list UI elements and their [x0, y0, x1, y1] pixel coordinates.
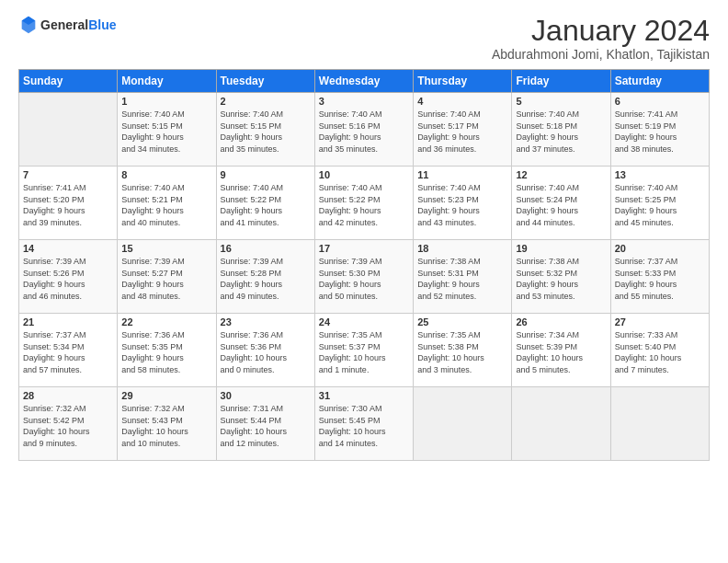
calendar-cell: 8Sunrise: 7:40 AM Sunset: 5:21 PM Daylig…: [118, 167, 216, 240]
calendar-table: SundayMondayTuesdayWednesdayThursdayFrid…: [18, 69, 710, 461]
week-row-3: 14Sunrise: 7:39 AM Sunset: 5:26 PM Dayli…: [19, 240, 710, 314]
day-number: 30: [221, 390, 311, 401]
day-number: 7: [23, 169, 113, 180]
day-number: 10: [319, 169, 409, 180]
day-content: Sunrise: 7:41 AM Sunset: 5:19 PM Dayligh…: [615, 109, 705, 155]
day-content: Sunrise: 7:34 AM Sunset: 5:39 PM Dayligh…: [516, 329, 606, 375]
calendar-cell: 24Sunrise: 7:35 AM Sunset: 5:37 PM Dayli…: [314, 314, 413, 387]
day-content: Sunrise: 7:36 AM Sunset: 5:35 PM Dayligh…: [121, 329, 211, 375]
calendar-cell: 22Sunrise: 7:36 AM Sunset: 5:35 PM Dayli…: [118, 314, 216, 387]
calendar-cell: 10Sunrise: 7:40 AM Sunset: 5:22 PM Dayli…: [314, 167, 413, 240]
day-number: 27: [615, 316, 705, 327]
day-number: 16: [221, 243, 311, 254]
day-number: 19: [516, 243, 606, 254]
calendar-cell: 15Sunrise: 7:39 AM Sunset: 5:27 PM Dayli…: [118, 240, 216, 314]
day-content: Sunrise: 7:38 AM Sunset: 5:31 PM Dayligh…: [417, 256, 507, 302]
calendar-cell: [414, 387, 512, 461]
header-row: GeneralBlue January 2024 Abdurahmoni Jom…: [18, 15, 710, 62]
calendar-cell: 23Sunrise: 7:36 AM Sunset: 5:36 PM Dayli…: [216, 314, 314, 387]
day-content: Sunrise: 7:40 AM Sunset: 5:23 PM Dayligh…: [417, 182, 507, 228]
calendar-cell: 29Sunrise: 7:32 AM Sunset: 5:43 PM Dayli…: [118, 387, 216, 461]
calendar-cell: 18Sunrise: 7:38 AM Sunset: 5:31 PM Dayli…: [414, 240, 512, 314]
week-row-2: 7Sunrise: 7:41 AM Sunset: 5:20 PM Daylig…: [19, 167, 710, 240]
day-number: 26: [516, 316, 606, 327]
day-number: 3: [319, 96, 409, 107]
day-number: 24: [319, 316, 409, 327]
calendar-cell: 1Sunrise: 7:40 AM Sunset: 5:15 PM Daylig…: [118, 93, 216, 167]
day-content: Sunrise: 7:33 AM Sunset: 5:40 PM Dayligh…: [615, 329, 705, 375]
day-content: Sunrise: 7:40 AM Sunset: 5:21 PM Dayligh…: [121, 182, 211, 228]
day-header-friday: Friday: [512, 70, 610, 93]
calendar-cell: 16Sunrise: 7:39 AM Sunset: 5:28 PM Dayli…: [216, 240, 314, 314]
day-number: 15: [121, 243, 211, 254]
calendar-cell: 5Sunrise: 7:40 AM Sunset: 5:18 PM Daylig…: [512, 93, 610, 167]
day-number: 6: [615, 96, 705, 107]
calendar-cell: 3Sunrise: 7:40 AM Sunset: 5:16 PM Daylig…: [314, 93, 413, 167]
day-content: Sunrise: 7:40 AM Sunset: 5:17 PM Dayligh…: [417, 109, 507, 155]
day-number: 28: [23, 390, 113, 401]
calendar-cell: 31Sunrise: 7:30 AM Sunset: 5:45 PM Dayli…: [314, 387, 413, 461]
day-header-thursday: Thursday: [414, 70, 512, 93]
day-number: 20: [615, 243, 705, 254]
day-content: Sunrise: 7:40 AM Sunset: 5:25 PM Dayligh…: [615, 182, 705, 228]
day-content: Sunrise: 7:40 AM Sunset: 5:22 PM Dayligh…: [319, 182, 409, 228]
day-content: Sunrise: 7:40 AM Sunset: 5:15 PM Dayligh…: [221, 109, 311, 155]
day-number: 21: [23, 316, 113, 327]
month-title: January 2024: [492, 15, 710, 47]
day-content: Sunrise: 7:36 AM Sunset: 5:36 PM Dayligh…: [221, 329, 311, 375]
calendar-cell: 9Sunrise: 7:40 AM Sunset: 5:22 PM Daylig…: [216, 167, 314, 240]
calendar-cell: 28Sunrise: 7:32 AM Sunset: 5:42 PM Dayli…: [19, 387, 118, 461]
week-row-1: 1Sunrise: 7:40 AM Sunset: 5:15 PM Daylig…: [19, 93, 710, 167]
day-content: Sunrise: 7:40 AM Sunset: 5:16 PM Dayligh…: [319, 109, 409, 155]
day-number: 13: [615, 169, 705, 180]
day-number: 11: [417, 169, 507, 180]
day-number: 5: [516, 96, 606, 107]
calendar-cell: 2Sunrise: 7:40 AM Sunset: 5:15 PM Daylig…: [216, 93, 314, 167]
day-header-wednesday: Wednesday: [314, 70, 413, 93]
calendar-cell: 26Sunrise: 7:34 AM Sunset: 5:39 PM Dayli…: [512, 314, 610, 387]
logo: GeneralBlue: [18, 15, 116, 35]
day-number: 2: [221, 96, 311, 107]
day-number: 9: [221, 169, 311, 180]
calendar-cell: 7Sunrise: 7:41 AM Sunset: 5:20 PM Daylig…: [19, 167, 118, 240]
logo-text: GeneralBlue: [40, 17, 116, 33]
day-content: Sunrise: 7:40 AM Sunset: 5:22 PM Dayligh…: [221, 182, 311, 228]
header-row-days: SundayMondayTuesdayWednesdayThursdayFrid…: [19, 70, 710, 93]
day-header-tuesday: Tuesday: [216, 70, 314, 93]
day-header-monday: Monday: [118, 70, 216, 93]
day-content: Sunrise: 7:37 AM Sunset: 5:33 PM Dayligh…: [615, 256, 705, 302]
day-header-saturday: Saturday: [610, 70, 709, 93]
day-number: 17: [319, 243, 409, 254]
day-number: 8: [121, 169, 211, 180]
calendar-cell: [610, 387, 709, 461]
day-header-sunday: Sunday: [19, 70, 118, 93]
day-number: 18: [417, 243, 507, 254]
day-content: Sunrise: 7:32 AM Sunset: 5:43 PM Dayligh…: [121, 403, 211, 449]
calendar-cell: 14Sunrise: 7:39 AM Sunset: 5:26 PM Dayli…: [19, 240, 118, 314]
day-number: 23: [221, 316, 311, 327]
day-content: Sunrise: 7:41 AM Sunset: 5:20 PM Dayligh…: [23, 182, 113, 228]
day-number: 31: [319, 390, 409, 401]
week-row-4: 21Sunrise: 7:37 AM Sunset: 5:34 PM Dayli…: [19, 314, 710, 387]
calendar-cell: 4Sunrise: 7:40 AM Sunset: 5:17 PM Daylig…: [414, 93, 512, 167]
day-content: Sunrise: 7:39 AM Sunset: 5:26 PM Dayligh…: [23, 256, 113, 302]
calendar-cell: 6Sunrise: 7:41 AM Sunset: 5:19 PM Daylig…: [610, 93, 709, 167]
day-number: 14: [23, 243, 113, 254]
calendar-cell: [19, 93, 118, 167]
day-content: Sunrise: 7:40 AM Sunset: 5:15 PM Dayligh…: [121, 109, 211, 155]
day-number: 29: [121, 390, 211, 401]
day-content: Sunrise: 7:30 AM Sunset: 5:45 PM Dayligh…: [319, 403, 409, 449]
day-content: Sunrise: 7:40 AM Sunset: 5:24 PM Dayligh…: [516, 182, 606, 228]
page-container: GeneralBlue January 2024 Abdurahmoni Jom…: [0, 0, 728, 470]
calendar-cell: 11Sunrise: 7:40 AM Sunset: 5:23 PM Dayli…: [414, 167, 512, 240]
day-number: 12: [516, 169, 606, 180]
calendar-cell: 13Sunrise: 7:40 AM Sunset: 5:25 PM Dayli…: [610, 167, 709, 240]
day-number: 4: [417, 96, 507, 107]
day-number: 1: [121, 96, 211, 107]
day-content: Sunrise: 7:31 AM Sunset: 5:44 PM Dayligh…: [221, 403, 311, 449]
day-content: Sunrise: 7:39 AM Sunset: 5:28 PM Dayligh…: [221, 256, 311, 302]
day-content: Sunrise: 7:40 AM Sunset: 5:18 PM Dayligh…: [516, 109, 606, 155]
location-title: Abdurahmoni Jomi, Khatlon, Tajikistan: [492, 47, 710, 62]
calendar-cell: [512, 387, 610, 461]
calendar-cell: 25Sunrise: 7:35 AM Sunset: 5:38 PM Dayli…: [414, 314, 512, 387]
